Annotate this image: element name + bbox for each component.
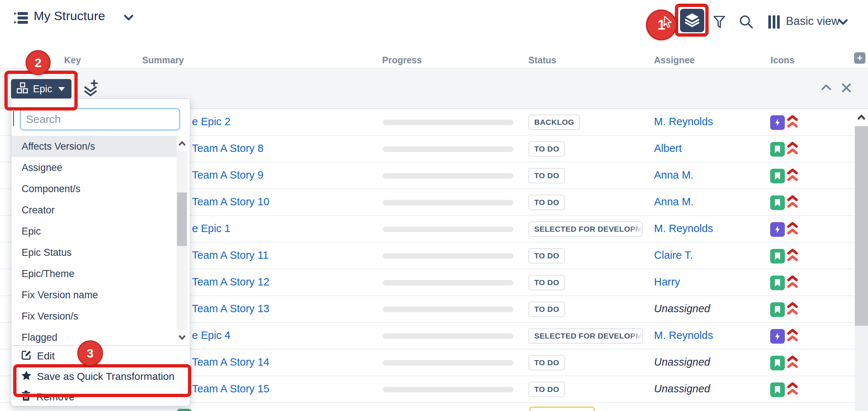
assignee-link[interactable]: Harry (654, 276, 680, 288)
story-type-icon (770, 142, 785, 157)
add-column-button[interactable]: + (854, 52, 865, 64)
progress-bar (383, 146, 513, 152)
status-badge: TO DO (528, 141, 565, 157)
story-type-icon (770, 356, 785, 370)
progress-bar (383, 360, 513, 366)
status-badge: TO DO (528, 195, 565, 210)
priority-highest-icon (787, 115, 798, 131)
plus-icon: + (857, 52, 863, 64)
status-badge: TO DO (528, 248, 565, 264)
table-scrollbar[interactable] (855, 109, 868, 411)
field-list: Affects Version/s Assignee Component/s C… (11, 136, 177, 345)
story-type-icon (770, 276, 785, 290)
issue-summary-link[interactable]: Team A Story 13 (192, 303, 269, 315)
status-badge: SELECTED FOR DEVELOPM (528, 328, 643, 344)
story-type-icon (770, 195, 785, 210)
list-item[interactable]: Fix Version name (11, 284, 177, 306)
dropdown-scroll-up-icon[interactable] (177, 136, 187, 151)
assignee-link[interactable]: M. Reynolds (654, 329, 713, 341)
priority-highest-icon (787, 302, 798, 318)
status-badge: TO DO (528, 382, 565, 397)
progress-bar (383, 333, 513, 339)
column-header-key[interactable]: Key (64, 55, 81, 66)
dropdown-scrollbar[interactable] (177, 136, 187, 345)
status-badge-inprogress-sliver (529, 407, 595, 411)
list-item[interactable]: Assignee (11, 157, 177, 178)
scroll-up-icon[interactable] (855, 109, 868, 126)
add-transformation-icon[interactable] (82, 80, 99, 99)
column-header-summary[interactable]: Summary (142, 55, 184, 66)
structure-app: My Structure Basic view (0, 0, 868, 411)
issue-summary-link[interactable]: Team A Story 12 (192, 276, 269, 288)
annotation-rect-1 (675, 4, 709, 37)
assignee-link[interactable]: Claire T. (654, 249, 693, 261)
assignee-unassigned: Unassigned (654, 383, 710, 395)
issue-summary-link[interactable]: Team A Story 9 (192, 169, 263, 181)
assignee-link[interactable]: M. Reynolds (654, 116, 713, 128)
story-type-icon (770, 302, 785, 317)
assignee-link[interactable]: M. Reynolds (654, 223, 713, 235)
priority-highest-icon (787, 195, 798, 212)
progress-bar (383, 253, 513, 259)
issue-summary-link[interactable]: Team A Story 14 (192, 356, 269, 368)
annotation-number-2: 2 (35, 56, 42, 70)
scrollbar-thumb[interactable] (855, 126, 868, 326)
edit-label: Edit (37, 350, 55, 362)
column-header-progress[interactable]: Progress (382, 55, 422, 66)
annotation-rect-2 (4, 71, 78, 111)
issue-summary-link[interactable]: e Epic 4 (192, 329, 230, 341)
column-header-assignee[interactable]: Assignee (654, 55, 695, 66)
story-type-icon (770, 249, 785, 264)
issue-summary-link[interactable]: Team A Story 15 (192, 383, 269, 395)
structure-switch-chevron-icon[interactable] (124, 14, 133, 23)
priority-highest-icon (787, 141, 798, 158)
issue-summary-link[interactable]: Team A Story 8 (192, 142, 263, 154)
cursor-icon (662, 16, 673, 31)
priority-highest-icon (787, 248, 798, 265)
assignee-link[interactable]: Anna M. (654, 169, 694, 181)
priority-highest-icon (787, 168, 798, 185)
progress-bar (383, 120, 513, 125)
priority-highest-icon (787, 328, 798, 345)
issue-summary-link[interactable]: e Epic 2 (192, 116, 230, 128)
dropdown-scroll-down-icon[interactable] (177, 330, 187, 345)
filter-icon[interactable] (713, 15, 725, 31)
list-item[interactable]: Epic (11, 221, 177, 242)
status-badge: SELECTED FOR DEVELOPM (528, 221, 643, 237)
priority-highest-icon (787, 275, 798, 292)
dropdown-scrollbar-thumb[interactable] (177, 193, 187, 246)
story-type-icon (770, 169, 785, 183)
issue-summary-link[interactable]: Team A Story 10 (192, 196, 269, 208)
annotation-circle-2: 2 (26, 50, 51, 75)
view-selector-chevron-icon[interactable] (838, 18, 848, 27)
view-selector[interactable]: Basic view (786, 15, 839, 28)
edit-icon (21, 350, 32, 363)
dropdown-search-input[interactable] (20, 108, 180, 130)
status-badge: TO DO (528, 168, 565, 183)
issue-summary-link[interactable]: Team A Story 11 (192, 249, 269, 261)
progress-bar (383, 280, 513, 285)
columns-icon[interactable] (768, 15, 780, 31)
assignee-link[interactable]: Albert (654, 142, 682, 154)
progress-bar (383, 387, 513, 392)
list-item[interactable]: Fix Version/s (11, 306, 177, 327)
close-toolbar-icon[interactable] (841, 83, 852, 94)
search-icon[interactable] (739, 15, 755, 31)
priority-highest-icon (787, 355, 798, 372)
status-badge: TO DO (528, 302, 565, 317)
list-item[interactable]: Epic Status (11, 242, 177, 263)
structure-logo-icon (14, 11, 29, 25)
list-item[interactable]: Creator (11, 199, 177, 221)
list-item[interactable]: Epic/Theme (11, 263, 177, 284)
list-item[interactable]: Affects Version/s (11, 136, 177, 157)
column-header-status[interactable]: Status (528, 55, 556, 66)
assignee-link[interactable]: Anna M. (654, 196, 694, 208)
status-badge: TO DO (528, 275, 565, 290)
progress-bar (383, 200, 513, 205)
issue-summary-link[interactable]: e Epic 1 (192, 223, 230, 235)
column-header-icons[interactable]: Icons (771, 55, 794, 66)
collapse-toolbar-icon[interactable] (821, 83, 832, 94)
list-item[interactable]: Component/s (11, 178, 177, 199)
epic-type-icon (770, 115, 785, 130)
annotation-circle-1: 1 (646, 10, 677, 40)
